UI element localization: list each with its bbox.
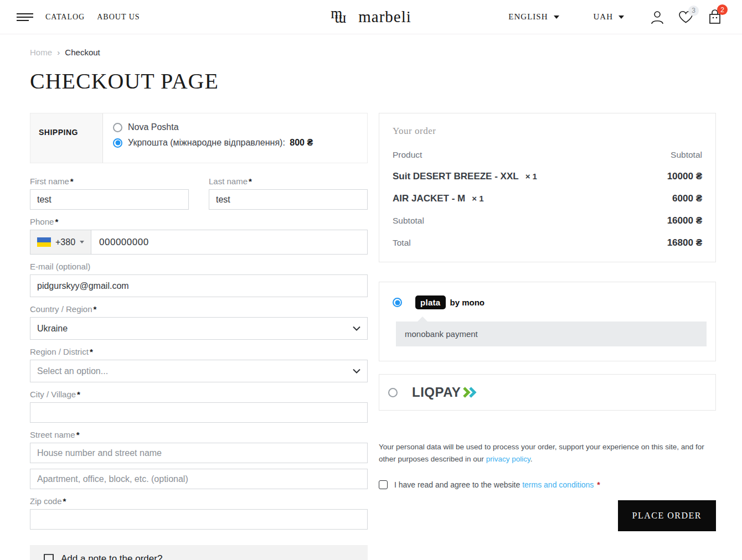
payment-method-mono: plata by mono monobank payment: [379, 282, 716, 361]
liqpay-logo: LIQPAY: [412, 385, 477, 400]
wishlist-count-badge: 3: [688, 6, 699, 16]
logo-monogram-icon: mm: [331, 8, 353, 27]
breadcrumb-home-link[interactable]: Home: [30, 48, 52, 57]
liqpay-label: LIQPAY: [412, 385, 461, 400]
country-value: Ukraine: [37, 324, 68, 334]
email-label: E-mail (optional): [30, 262, 368, 271]
order-total-row: Total 16800 ₴: [393, 237, 702, 248]
terms-link[interactable]: terms and conditions: [522, 480, 594, 489]
mono-payment-option[interactable]: plata by mono: [388, 291, 707, 309]
terms-checkbox[interactable]: [379, 480, 388, 489]
page-title: CHECKOUT PAGE: [30, 68, 716, 94]
region-select[interactable]: Select an option...: [30, 360, 368, 382]
chevron-down-icon: [353, 326, 360, 331]
breadcrumb: Home › Checkout: [30, 48, 716, 57]
order-item-price: 6000 ₴: [672, 193, 702, 204]
chevron-down-icon: [619, 15, 624, 19]
zip-label: Zip code*: [30, 496, 368, 506]
chevron-down-icon: [80, 241, 84, 243]
order-subtotal-label: Subtotal: [393, 216, 424, 226]
currency-selector[interactable]: UAH: [594, 12, 625, 22]
add-note-toggle[interactable]: Add a note to the order?: [30, 545, 368, 560]
order-item-price: 10000 ₴: [667, 171, 702, 182]
order-total-value: 16800 ₴: [667, 237, 702, 248]
zip-field[interactable]: [30, 509, 368, 530]
radio-unchecked-icon[interactable]: [388, 388, 398, 397]
order-subtotal-row: Subtotal 16000 ₴: [393, 215, 702, 226]
street-label: Street name*: [30, 430, 368, 439]
phone-field-wrap: +380: [30, 230, 368, 255]
site-header: CATALOG ABOUT US mm marbeli ENGLISH UAH …: [0, 0, 742, 34]
chevron-down-icon: [353, 369, 360, 374]
logo[interactable]: mm marbeli: [331, 8, 411, 27]
terms-text: I have read and agree to the website ter…: [394, 480, 600, 489]
chevron-down-icon: [554, 15, 559, 19]
shipping-label: SHIPPING: [30, 113, 102, 163]
account-button[interactable]: [651, 10, 664, 24]
shipping-methods: SHIPPING Nova Poshta Укрпошта (міжнародн…: [30, 113, 368, 163]
logo-text: marbeli: [358, 8, 411, 26]
last-name-label: Last name*: [209, 177, 368, 186]
account-icon: [651, 10, 664, 24]
liqpay-payment-option[interactable]: LIQPAY: [379, 374, 716, 411]
order-total-label: Total: [393, 238, 411, 248]
privacy-text: Your personal data will be used to proce…: [379, 441, 716, 466]
shipping-option-nova-poshta[interactable]: Nova Poshta: [113, 122, 357, 132]
language-selector[interactable]: ENGLISH: [508, 12, 559, 22]
shipping-option-label: Укрпошта (міжнародне відправлення):: [128, 138, 285, 147]
plata-logo: plata: [415, 295, 446, 309]
phone-prefix: +380: [55, 237, 75, 247]
breadcrumb-current: Checkout: [65, 48, 100, 57]
street-field[interactable]: [30, 443, 368, 463]
hamburger-menu-icon[interactable]: [17, 13, 33, 21]
order-item: Suit DESERT BREEZE - XXL× 1 10000 ₴: [393, 171, 702, 182]
chat-bubble-icon: [43, 553, 54, 560]
order-subtotal-header: Subtotal: [671, 150, 702, 160]
email-field[interactable]: [30, 274, 368, 297]
order-item: AIR JACKET - M× 1 6000 ₴: [393, 193, 702, 204]
cart-button[interactable]: 2: [708, 9, 722, 24]
currency-label: UAH: [594, 12, 614, 22]
order-title: Your order: [393, 126, 702, 137]
order-item-name: Suit DESERT BREEZE - XXL: [393, 171, 519, 182]
apartment-field[interactable]: [30, 469, 368, 489]
region-label: Region / District*: [30, 347, 368, 356]
last-name-field[interactable]: [209, 189, 368, 210]
radio-unchecked-icon[interactable]: [113, 123, 122, 132]
order-item-qty: × 1: [472, 194, 483, 203]
radio-checked-icon[interactable]: [393, 298, 402, 307]
nav-catalog[interactable]: CATALOG: [45, 13, 85, 22]
language-label: ENGLISH: [508, 12, 548, 22]
by-mono-label: by mono: [450, 298, 485, 307]
order-item-name: AIR JACKET - M: [393, 193, 465, 204]
ukraine-flag-icon: [37, 237, 51, 247]
order-subtotal-value: 16000 ₴: [667, 215, 702, 226]
add-note-label: Add a note to the order?: [61, 553, 162, 560]
first-name-field[interactable]: [30, 189, 189, 210]
country-label: Country / Region*: [30, 304, 368, 314]
order-product-header: Product: [393, 150, 422, 160]
wishlist-button[interactable]: 3: [678, 11, 693, 24]
phone-field[interactable]: [91, 230, 367, 254]
order-item-qty: × 1: [525, 172, 537, 181]
region-placeholder: Select an option...: [37, 366, 108, 376]
liqpay-chevrons-icon: [463, 387, 477, 398]
phone-label: Phone*: [30, 217, 368, 226]
shipping-price: 800 ₴: [290, 138, 313, 147]
country-select[interactable]: Ukraine: [30, 317, 368, 340]
radio-checked-icon[interactable]: [113, 138, 122, 148]
city-label: City / Village*: [30, 390, 368, 399]
nav-about-us[interactable]: ABOUT US: [97, 13, 140, 22]
terms-row: I have read and agree to the website ter…: [379, 480, 716, 489]
shipping-option-label: Nova Poshta: [128, 122, 179, 132]
city-field[interactable]: [30, 402, 368, 423]
phone-country-selector[interactable]: +380: [30, 230, 91, 254]
mono-payment-description: monobank payment: [396, 322, 707, 346]
breadcrumb-separator: ›: [57, 48, 60, 57]
cart-count-badge: 2: [717, 4, 728, 15]
shipping-option-ukrposhta[interactable]: Укрпошта (міжнародне відправлення): 800 …: [113, 138, 357, 148]
first-name-label: First name*: [30, 177, 189, 186]
order-summary-panel: Your order Product Subtotal Suit DESERT …: [379, 113, 716, 262]
privacy-policy-link[interactable]: privacy policy: [486, 455, 530, 463]
place-order-button[interactable]: PLACE ORDER: [618, 500, 716, 531]
